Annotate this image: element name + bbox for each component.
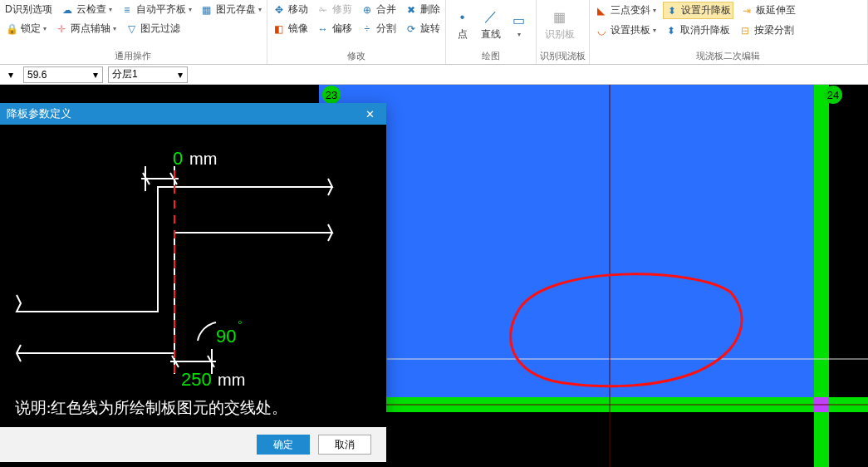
angle-value: 90 [216, 326, 236, 347]
btn-slab-extend[interactable]: ⇥板延伸至 [738, 2, 797, 18]
width-unit: mm [218, 371, 245, 389]
level-icon: ≡ [120, 3, 134, 17]
cancel-lift-icon: ⬍ [664, 24, 678, 37]
dialog-footer: 确定 取消 [0, 427, 386, 462]
axis-marker-24: 24 [827, 89, 839, 101]
axis-icon: ✛ [55, 22, 68, 36]
axis-marker-23: 23 [326, 89, 337, 101]
dialog-titlebar[interactable]: 降板参数定义 ✕ [0, 103, 386, 125]
mirror-icon: ◧ [272, 22, 286, 36]
btn-offset[interactable]: ↔偏移 [315, 21, 354, 37]
dialog-title-text: 降板参数定义 [7, 106, 71, 121]
group-label-draw: 绘图 [449, 48, 532, 62]
group-label-slab-edit: 现浇板二次编辑 [593, 48, 864, 62]
save-icon: ▦ [200, 3, 213, 17]
offset-icon: ↔ [316, 22, 330, 36]
offset-unit: mm [189, 150, 217, 168]
btn-delete[interactable]: ✖删除 [403, 2, 442, 17]
ok-button[interactable]: 确定 [257, 435, 310, 455]
angle-unit: ° [238, 318, 243, 332]
beam-split-icon: ⊟ [738, 24, 752, 37]
btn-merge[interactable]: ⊕合并 [359, 2, 398, 17]
ribbon-group-modify: ✥移动 ✁修剪 ⊕合并 ✖删除 ◧镜像 ↔偏移 ÷分割 ⟳旋转 修改 [267, 0, 446, 64]
ribbon-group-draw: •点 ／直线 ▭▾ 绘图 [446, 0, 537, 64]
cancel-button[interactable]: 取消 [318, 435, 371, 455]
btn-two-point-axis[interactable]: ✛两点辅轴▾ [53, 21, 118, 37]
lift-slab-params-dialog: 降板参数定义 ✕ [0, 103, 386, 462]
btn-mirror[interactable]: ◧镜像 [271, 21, 310, 37]
group-label-general: 通用操作 [3, 48, 263, 62]
btn-move[interactable]: ✥移动 [271, 2, 310, 17]
btn-recognize-options[interactable]: D识别选项 [3, 2, 54, 17]
arch-icon: ◡ [595, 24, 608, 37]
svg-rect-0 [319, 85, 818, 397]
merge-icon: ⊕ [360, 3, 374, 17]
layer-input[interactable] [108, 66, 173, 83]
cloud-icon: ☁ [61, 3, 74, 17]
btn-three-point-slope[interactable]: ◣三点变斜▾ [593, 2, 658, 18]
rotate-icon: ⟳ [405, 22, 418, 36]
split-icon: ÷ [360, 22, 374, 36]
btn-lock[interactable]: 🔒锁定▾ [3, 21, 48, 37]
btn-element-save[interactable]: ▦图元存盘▾ [199, 2, 263, 17]
btn-trim[interactable]: ✁修剪 [315, 2, 354, 17]
trim-icon: ✁ [316, 3, 330, 17]
layer-dropdown[interactable]: ▾ [173, 66, 188, 83]
ribbon-group-general: D识别选项 ☁云检查▾ ≡自动平齐板▾ ▦图元存盘▾ 🔒锁定▾ ✛两点辅轴▾ ▽… [0, 0, 267, 64]
slope-icon: ◣ [595, 4, 608, 17]
move-icon: ✥ [272, 3, 286, 17]
dialog-body: 0 mm 90 ° 250 mm 说明:红色线为所绘制板图元的交线处。 [0, 125, 386, 427]
btn-rotate[interactable]: ⟳旋转 [403, 21, 442, 37]
rect-icon: ▭ [511, 12, 527, 29]
btn-rect[interactable]: ▭▾ [506, 11, 532, 40]
elevation-input[interactable] [23, 66, 88, 83]
secondary-toolbar: ▾ ▾ ▾ [0, 65, 868, 85]
btn-line[interactable]: ／直线 [476, 7, 506, 43]
point-icon: • [454, 9, 471, 26]
secondary-leading-dropdown[interactable]: ▾ [3, 69, 18, 81]
btn-cancel-lift-slab[interactable]: ⬍取消升降板 [663, 22, 732, 38]
delete-icon: ✖ [405, 3, 418, 17]
btn-cloud-check[interactable]: ☁云检查▾ [59, 2, 114, 17]
line-icon: ／ [483, 9, 499, 26]
elevation-dropdown[interactable]: ▾ [88, 66, 103, 83]
btn-split-by-beam[interactable]: ⊟按梁分割 [737, 22, 796, 38]
offset-value: 0 [173, 148, 183, 169]
btn-element-filter[interactable]: ▽图元过滤 [123, 21, 182, 37]
btn-split[interactable]: ÷分割 [359, 21, 398, 37]
lift-slab-icon: ⬍ [665, 4, 679, 17]
btn-recognize-slab[interactable]: ▦识别板 [540, 7, 580, 43]
btn-set-arch-slab[interactable]: ◡设置拱板▾ [593, 22, 658, 38]
recognize-slab-icon: ▦ [552, 9, 568, 26]
ribbon-group-recognize-slab: ▦识别板 识别现浇板 [537, 0, 590, 64]
width-value: 250 [181, 369, 212, 390]
filter-icon: ▽ [125, 22, 138, 36]
group-label-recognize-slab: 识别现浇板 [540, 48, 586, 62]
group-label-modify: 修改 [271, 48, 442, 62]
ribbon: D识别选项 ☁云检查▾ ≡自动平齐板▾ ▦图元存盘▾ 🔒锁定▾ ✛两点辅轴▾ ▽… [0, 0, 868, 65]
btn-point[interactable]: •点 [449, 7, 476, 43]
dialog-close-button[interactable]: ✕ [360, 108, 380, 120]
btn-auto-level-slab[interactable]: ≡自动平齐板▾ [119, 2, 194, 17]
dialog-note: 说明:红色线为所绘制板图元的交线处。 [15, 397, 287, 419]
ribbon-group-slab-edit: ◣三点变斜▾ ⬍设置升降板 ⇥板延伸至 ◡设置拱板▾ ⬍取消升降板 ⊟按梁分割 … [590, 0, 868, 64]
lock-icon: 🔒 [5, 22, 18, 36]
extend-icon: ⇥ [740, 4, 753, 17]
btn-set-lift-slab[interactable]: ⬍设置升降板 [663, 2, 733, 19]
